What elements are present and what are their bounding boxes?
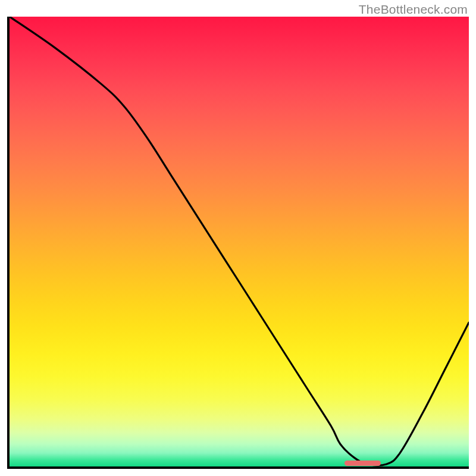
- chart-frame: [7, 17, 469, 469]
- optimum-marker: [345, 461, 381, 466]
- watermark-text: TheBottleneck.com: [359, 2, 468, 17]
- bottleneck-curve: [10, 17, 469, 466]
- curve-path: [10, 17, 469, 465]
